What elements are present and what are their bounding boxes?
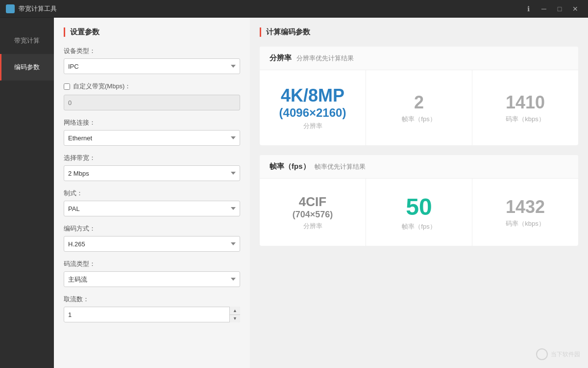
custom-bandwidth-checkbox-row: 自定义带宽(Mbps)： — [64, 82, 240, 91]
resolution-bitrate-unit: 码率（kbps） — [506, 115, 544, 124]
standard-select[interactable]: PAL NTSC — [64, 201, 240, 216]
custom-bandwidth-group: 自定义带宽(Mbps)： — [64, 82, 240, 110]
custom-bandwidth-checkbox[interactable] — [64, 83, 70, 90]
framerate-card-body: 4CIF (704×576) 分辨率 50 帧率（fps） 1432 码率（kb… — [260, 179, 578, 246]
framerate-card-header: 帧率（fps） 帧率优先计算结果 — [260, 155, 578, 179]
encoding-method-group: 编码方式： H.264 H.265 H.265+ — [64, 224, 240, 252]
stream-count-label: 取流数： — [64, 295, 240, 304]
custom-bandwidth-input[interactable] — [64, 95, 240, 110]
resolution-card-subtitle: 分辨率优先计算结果 — [296, 54, 354, 62]
framerate-fps-value: 50 — [406, 193, 432, 220]
network-label: 网络连接： — [64, 118, 240, 127]
resolution-bitrate-value: 1410 — [506, 92, 545, 113]
left-panel-title: 设置参数 — [64, 27, 240, 37]
standard-label: 制式： — [64, 189, 240, 198]
resolution-cell-resolution: 4K/8MP (4096×2160) 分辨率 — [260, 70, 366, 145]
watermark: 当下软件园 — [536, 348, 580, 360]
window-controls: ℹ ─ □ ✕ — [521, 3, 582, 14]
resolution-cell-fps: 2 帧率（fps） — [366, 70, 472, 145]
framerate-cell-fps: 50 帧率（fps） — [366, 179, 472, 246]
framerate-res-value: 4CIF — [299, 194, 326, 210]
resolution-cell-bitrate: 1410 码率（kbps） — [472, 70, 578, 145]
framerate-cell-resolution: 4CIF (704×576) 分辨率 — [260, 179, 366, 246]
encoding-method-select[interactable]: H.264 H.265 H.265+ — [64, 236, 240, 252]
bandwidth-label: 选择带宽： — [64, 154, 240, 162]
device-type-group: 设备类型： IPC DVR NVR — [64, 47, 240, 74]
device-type-select[interactable]: IPC DVR NVR — [64, 58, 240, 74]
right-panel: 计算编码参数 分辨率 分辨率优先计算结果 4K/8MP (4096×2160) … — [250, 18, 588, 368]
stream-count-down[interactable]: ▼ — [230, 315, 240, 323]
watermark-text: 当下软件园 — [551, 350, 580, 359]
sidebar-item-encoding[interactable]: 编码参数 — [0, 54, 54, 80]
left-panel: 设置参数 设备类型： IPC DVR NVR 自定义带宽(Mbps)： 网络连接… — [54, 18, 250, 368]
app-title: 带宽计算工具 — [19, 4, 521, 13]
resolution-card: 分辨率 分辨率优先计算结果 4K/8MP (4096×2160) 分辨率 2 帧… — [260, 47, 578, 145]
info-button[interactable]: ℹ — [521, 3, 535, 14]
framerate-res-unit: 分辨率 — [303, 222, 322, 231]
encoding-method-label: 编码方式： — [64, 224, 240, 233]
app-icon — [6, 4, 15, 13]
device-type-label: 设备类型： — [64, 47, 240, 55]
network-select[interactable]: Ethernet WiFi 4G — [64, 130, 240, 146]
bandwidth-group: 选择带宽： 1 Mbps 2 Mbps 4 Mbps 8 Mbps — [64, 154, 240, 181]
close-button[interactable]: ✕ — [568, 3, 582, 14]
stream-count-spinners: ▲ ▼ — [229, 307, 240, 322]
resolution-fps-value: 2 — [414, 92, 424, 113]
bandwidth-select[interactable]: 1 Mbps 2 Mbps 4 Mbps 8 Mbps — [64, 165, 240, 181]
stream-count-up[interactable]: ▲ — [230, 307, 240, 315]
custom-bandwidth-label: 自定义带宽(Mbps)： — [73, 82, 131, 91]
resolution-card-body: 4K/8MP (4096×2160) 分辨率 2 帧率（fps） 1410 码率… — [260, 70, 578, 145]
resolution-unit: 分辨率 — [303, 122, 322, 131]
framerate-card-subtitle: 帧率优先计算结果 — [315, 163, 366, 170]
sidebar: 带宽计算 编码参数 — [0, 18, 54, 368]
standard-group: 制式： PAL NTSC — [64, 189, 240, 216]
watermark-circle — [536, 348, 548, 360]
framerate-cell-bitrate: 1432 码率（kbps） — [472, 179, 578, 246]
stream-count-input[interactable] — [64, 307, 240, 322]
resolution-card-header: 分辨率 分辨率优先计算结果 — [260, 47, 578, 70]
resolution-value-main: 4K/8MP — [281, 85, 344, 106]
resolution-card-title: 分辨率 — [270, 53, 292, 62]
framerate-card: 帧率（fps） 帧率优先计算结果 4CIF (704×576) 分辨率 50 帧… — [260, 155, 578, 246]
minimize-button[interactable]: ─ — [537, 3, 551, 14]
maximize-button[interactable]: □ — [553, 3, 566, 14]
stream-count-group: 取流数： ▲ ▼ — [64, 295, 240, 322]
framerate-bitrate-unit: 码率（kbps） — [506, 219, 544, 228]
sidebar-item-bandwidth[interactable]: 带宽计算 — [0, 27, 54, 54]
resolution-value-sub: (4096×2160) — [279, 106, 346, 120]
stream-type-select[interactable]: 主码流 子码流 — [64, 271, 240, 287]
titlebar: 带宽计算工具 ℹ ─ □ ✕ — [0, 0, 588, 18]
framerate-res-sub: (704×576) — [293, 210, 333, 220]
resolution-fps-unit: 帧率（fps） — [402, 115, 436, 124]
network-group: 网络连接： Ethernet WiFi 4G — [64, 118, 240, 146]
framerate-bitrate-value: 1432 — [506, 197, 545, 217]
right-panel-title: 计算编码参数 — [260, 27, 578, 37]
main-container: 带宽计算 编码参数 设置参数 设备类型： IPC DVR NVR 自定义带宽(M… — [0, 18, 588, 368]
stream-type-label: 码流类型： — [64, 260, 240, 268]
framerate-card-title: 帧率（fps） — [270, 162, 310, 170]
stream-count-wrap: ▲ ▼ — [64, 307, 240, 322]
stream-type-group: 码流类型： 主码流 子码流 — [64, 260, 240, 287]
framerate-fps-unit: 帧率（fps） — [402, 222, 436, 231]
